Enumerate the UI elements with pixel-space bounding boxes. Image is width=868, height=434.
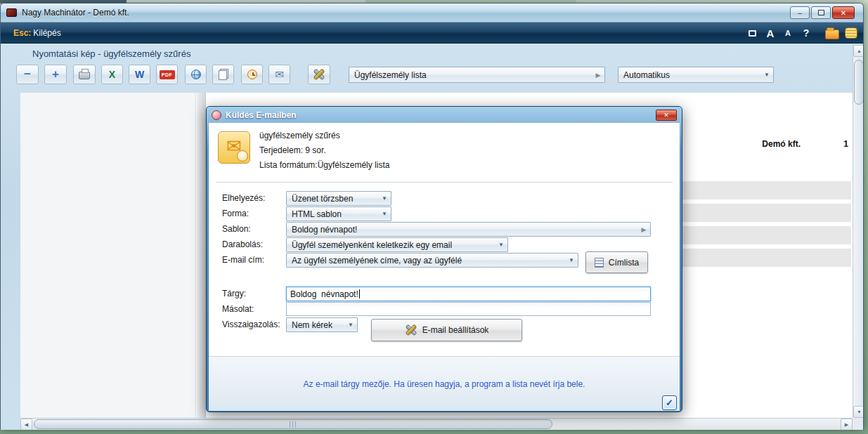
confirmation-label: Visszaigazolás: [222,320,280,329]
scroll-up-button[interactable]: ▲ [853,45,864,57]
folder-icon [825,29,839,39]
dialog-titlebar[interactable]: Küldés E-mailben [207,107,682,123]
window-titlebar[interactable]: Nagy Machinátor - Demó kft. – ✕ [1,4,863,22]
send-email-dialog: Küldés E-mailben ✕ ✉ ügyfélszemély szűré… [206,106,682,412]
placement-value: Üzenet törzsben [292,194,353,204]
info-list-name: ügyfélszemély szűrés [259,129,389,143]
zoom-out-button[interactable]: − [16,65,39,84]
minimize-icon: – [798,9,802,17]
dialog-info: ügyfélszemély szűrés Terjedelem: 9 sor. … [259,129,389,173]
clock-icon [247,70,257,79]
excel-icon: X [109,69,115,80]
dialog-close-button[interactable]: ✕ [656,110,677,121]
dialog-body: ✉ ügyfélszemély szűrés Terjedelem: 9 sor… [209,123,680,411]
info-format: Lista formátum:Ügyfélszemély lista [259,158,389,173]
confirmation-combo[interactable]: Nem kérek ▼ [286,317,358,332]
export-pdf-button[interactable]: PDF [156,65,178,84]
font-decrease-button[interactable]: A [781,25,795,41]
ok-button[interactable]: ✓ [662,395,677,410]
help-button[interactable]: ? [799,25,813,41]
word-icon: W [135,69,144,80]
split-label: Darabolás: [222,239,263,249]
thumb-grip [290,421,297,428]
menu-item-exit[interactable]: Esc: Kilépés [9,27,65,39]
preview-page-number: 1 [843,139,848,149]
settings-button[interactable] [308,65,330,84]
pdf-icon: PDF [160,70,175,79]
preview-company-name: Demó kft. [762,139,801,149]
email-address-label: E-mail cím: [222,255,264,265]
text-caret [359,289,360,298]
email-settings-button[interactable]: E-mail beállítások [371,319,522,341]
globe-icon [191,70,201,79]
template-label: Sablon: [222,224,251,234]
horizontal-scroll-thumb[interactable] [34,419,552,429]
scroll-right-button[interactable]: ▶ [841,419,853,430]
horizontal-scrollbar[interactable]: ◀ ▶ [20,418,853,430]
esc-key-label: Esc: [13,28,31,38]
forward-arrow-icon: ▶ [637,226,650,233]
chevron-down-icon: ▼ [760,72,773,78]
subject-value: Boldog névnapot! [290,289,358,299]
cc-input[interactable] [286,302,651,316]
scrollbar-corner [853,418,864,430]
window-title: Nagy Machinátor - Demó kft. [22,8,129,18]
separator [216,182,673,183]
tools-icon [405,324,417,336]
email-address-combo[interactable]: Az ügyfél személyének címe, vagy az ügyf… [286,253,578,268]
cc-label: Másolat: [222,304,254,314]
scroll-left-button[interactable]: ◀ [20,419,32,430]
dialog-close-icon: ✕ [663,112,669,119]
export-excel-button[interactable]: X [101,65,123,84]
chevron-down-icon: ▼ [495,242,507,248]
split-combo[interactable]: Ügyfél személyenként keletkezik egy emai… [286,237,508,252]
split-value: Ügyfél személyenként keletkezik egy emai… [292,240,452,250]
preview-margin-panel [20,93,196,418]
history-button[interactable] [241,65,263,84]
window-mode-button[interactable] [744,25,760,41]
database-button[interactable] [843,25,860,41]
forward-arrow-icon: ▶ [592,72,604,79]
export-word-button[interactable]: W [129,65,150,84]
envelope-glyph: ✉ [226,136,242,157]
maximize-button[interactable] [811,6,831,19]
confirmation-value: Nem kérek [292,320,332,330]
zoom-in-button[interactable]: + [44,65,67,84]
format-combo[interactable]: HTML sablon ▼ [286,206,391,221]
email-settings-label: E-mail beállítások [422,325,489,335]
subject-input[interactable]: Boldog névnapot! [286,287,651,301]
exit-label: Kilépés [33,28,60,38]
list-select-combo[interactable]: Ügyfélszemély lista ▶ [349,67,605,83]
list-select-value: Ügyfélszemély lista [354,70,427,80]
dialog-title: Küldés E-mailben [226,110,297,120]
format-label: Forma: [222,209,249,218]
send-email-button[interactable]: ✉ [268,65,290,84]
window-box-icon [749,30,756,37]
copy-button[interactable] [212,65,234,84]
close-button[interactable]: ✕ [832,6,855,19]
vertical-scroll-thumb[interactable] [854,60,864,105]
dialog-icon [212,110,221,120]
printer-icon [79,72,90,79]
format-value: HTML sablon [292,209,342,219]
folder-button[interactable] [823,25,841,41]
content-area: Nyomtatási kép - ügyfélszemély szűrés − … [1,44,863,430]
scroll-down-button[interactable]: ▼ [853,406,864,418]
app-window: Nagy Machinátor - Demó kft. – ✕ Esc: Kil… [0,3,864,430]
mode-select-value: Automatikus [623,70,670,80]
scroll-left-icon: ◀ [25,422,28,428]
export-web-button[interactable] [185,65,207,84]
font-increase-button[interactable]: A [763,25,778,41]
mode-select-combo[interactable]: Automatikus ▼ [618,67,774,83]
vertical-scrollbar[interactable]: ▲ ▼ [853,45,864,418]
scroll-down-icon: ▼ [857,409,862,414]
chevron-down-icon: ▼ [565,257,578,263]
template-combo[interactable]: Boldog névnapot! ▶ [286,222,651,237]
print-button[interactable] [73,65,96,84]
template-value: Boldog névnapot! [292,225,357,235]
preview-divider [197,93,206,418]
outlook-mail-icon: ✉ [218,131,250,164]
minimize-button[interactable]: – [790,6,810,19]
placement-combo[interactable]: Üzenet törzsben ▼ [286,191,391,206]
address-list-button[interactable]: Címlista [585,251,648,273]
